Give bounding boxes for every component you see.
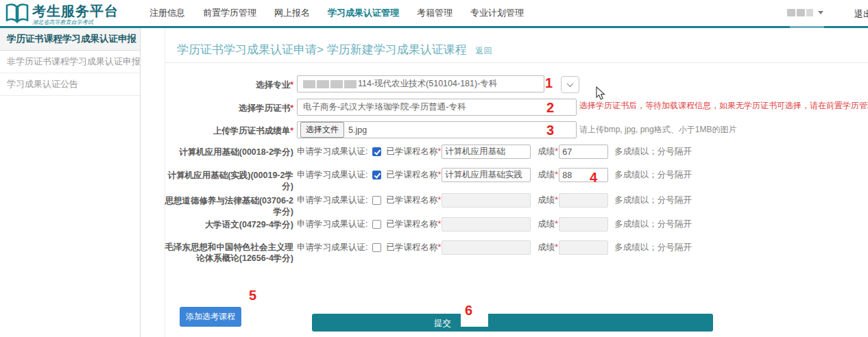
course-name-input[interactable] bbox=[442, 193, 531, 208]
course-checkbox[interactable] bbox=[372, 196, 381, 205]
course-score-input[interactable] bbox=[559, 217, 608, 232]
username-redacted bbox=[806, 9, 813, 16]
nav-exam-status[interactable]: 考籍管理 bbox=[417, 7, 453, 19]
nav-online-registration[interactable]: 网上报名 bbox=[274, 7, 310, 19]
course-label: 大学语文(04729-4学分) bbox=[165, 219, 293, 230]
top-nav: 注册信息 前置学历管理 网上报名 学习成果认证管理 考籍管理 专业计划管理 bbox=[141, 0, 524, 26]
chevron-down-icon bbox=[818, 11, 823, 14]
annotation-3: 3 bbox=[546, 123, 554, 138]
course-name-input[interactable] bbox=[442, 217, 531, 232]
annotation-4: 4 bbox=[590, 170, 597, 186]
course-row: 申请学习成果认证: 已学课程名称* 成绩* 多成绩以；分号隔开 bbox=[297, 168, 692, 182]
course-checkbox[interactable] bbox=[372, 147, 381, 156]
header: 考生服务平台 湖北省高等教育自学考试 注册信息 前置学历管理 网上报名 学习成果… bbox=[0, 0, 868, 26]
uploaded-filename: 5.jpg bbox=[348, 125, 367, 135]
breadcrumb-sep: > bbox=[317, 43, 324, 56]
header-divider-highlight bbox=[790, 26, 824, 28]
open-book-icon bbox=[5, 3, 29, 24]
major-redacted bbox=[303, 80, 357, 88]
submit-label: 提交 bbox=[434, 318, 451, 329]
annotation-2: 2 bbox=[546, 100, 554, 116]
logo: 考生服务平台 湖北省高等教育自学考试 bbox=[5, 3, 119, 27]
username-redacted bbox=[797, 9, 805, 16]
course-label: 思想道德修养与法律基础(03706-2学分) bbox=[165, 195, 293, 217]
upload-transcript-label: 上传学历证书成绩单* bbox=[165, 125, 293, 136]
upload-hint: 请上传bmp, jpg, png格式、小于1MB的图片 bbox=[579, 124, 736, 136]
course-row: 申请学习成果认证: 已学课程名称* 成绩* 多成绩以；分号隔开 bbox=[297, 145, 692, 159]
upload-field: 选择文件 5.jpg bbox=[297, 121, 577, 138]
major-select[interactable]: 114-现代农业技术(510104-181)-专科 bbox=[297, 75, 544, 92]
select-certificate-label: 选择学历证书* bbox=[165, 103, 293, 114]
course-score-input[interactable] bbox=[559, 193, 608, 208]
sidebar-item-degree-cert-apply[interactable]: 学历证书课程学习成果认证申报 bbox=[0, 28, 140, 51]
chevron-down-icon bbox=[567, 80, 574, 87]
major-dropdown-button[interactable] bbox=[561, 76, 579, 93]
app-subtitle: 湖北省高等教育自学考试 bbox=[32, 18, 114, 26]
course-name-input[interactable] bbox=[442, 145, 531, 159]
course-label: 计算机应用基础(实践)(00019-2学分) bbox=[165, 170, 293, 192]
course-score-input[interactable] bbox=[559, 168, 608, 182]
course-label: 计算机应用基础(00018-2学分) bbox=[165, 147, 293, 158]
major-value: 114-现代农业技术(510104-181)-专科 bbox=[358, 78, 497, 90]
certificate-value: 电子商务-武汉大学珞珈学院-学历普通-专科 bbox=[298, 101, 466, 113]
course-row: 申请学习成果认证: 已学课程名称* 成绩* 多成绩以；分号隔开 bbox=[297, 240, 692, 255]
annotation-1: 1 bbox=[545, 75, 553, 91]
page-title: 学历新建学习成果认证课程 bbox=[327, 43, 467, 56]
course-row: 申请学习成果认证: 已学课程名称* 成绩* 多成绩以；分号隔开 bbox=[297, 193, 692, 208]
sidebar-item-nondegree-cert-apply[interactable]: 非学历证书课程学习成果认证申报 bbox=[0, 51, 140, 73]
submit-button[interactable]: 提交 bbox=[312, 314, 713, 332]
certificate-select[interactable]: 电子商务-武汉大学珞珈学院-学历普通-专科 bbox=[297, 99, 577, 116]
nav-learning-outcome-cert[interactable]: 学习成果认证管理 bbox=[328, 7, 399, 19]
course-score-input[interactable] bbox=[559, 240, 608, 255]
mouse-cursor-icon bbox=[596, 86, 606, 101]
course-checkbox[interactable] bbox=[372, 220, 381, 229]
course-name-input[interactable] bbox=[442, 240, 531, 255]
back-link[interactable]: 返回 bbox=[475, 46, 492, 55]
user-menu[interactable] bbox=[787, 9, 823, 16]
annotation-6: 6 bbox=[465, 303, 472, 319]
nav-prior-education[interactable]: 前置学历管理 bbox=[203, 7, 256, 19]
title-divider bbox=[165, 62, 868, 63]
nav-register-info[interactable]: 注册信息 bbox=[149, 7, 185, 19]
username-redacted bbox=[787, 9, 795, 16]
course-label: 毛泽东思想和中国特色社会主义理论体系概论(12656-4学分) bbox=[165, 242, 293, 264]
logout-link[interactable]: 退出 bbox=[854, 8, 868, 21]
add-elective-course-button[interactable]: 添加选考课程 bbox=[180, 307, 241, 327]
course-name-input[interactable] bbox=[442, 168, 531, 182]
annotation-5: 5 bbox=[249, 288, 256, 303]
select-major-label: 选择专业* bbox=[165, 79, 293, 90]
course-checkbox[interactable] bbox=[372, 243, 381, 252]
app-title: 考生服务平台 bbox=[32, 3, 119, 18]
breadcrumb-parent: 学历证书学习成果认证申请 bbox=[177, 43, 317, 56]
breadcrumb: 学历证书学习成果认证申请> 学历新建学习成果认证课程 返回 bbox=[177, 42, 492, 58]
choose-file-button[interactable]: 选择文件 bbox=[300, 122, 344, 138]
sidebar-item-cert-announcement[interactable]: 学习成果认证公告 bbox=[0, 73, 140, 96]
course-checkbox[interactable] bbox=[372, 171, 381, 179]
sidebar: 学历证书课程学习成果认证申报 非学历证书课程学习成果认证申报 学习成果认证公告 bbox=[0, 28, 141, 337]
course-score-input[interactable] bbox=[559, 145, 608, 159]
certificate-hint: 选择学历证书后，等待加载课程信息，如果无学历证书可选择，请在前置学历管理中维护学… bbox=[579, 100, 868, 112]
nav-major-plan[interactable]: 专业计划管理 bbox=[470, 7, 524, 19]
page: 考生服务平台 湖北省高等教育自学考试 注册信息 前置学历管理 网上报名 学习成果… bbox=[0, 0, 868, 337]
course-row: 申请学习成果认证: 已学课程名称* 成绩* 多成绩以；分号隔开 bbox=[297, 217, 692, 232]
